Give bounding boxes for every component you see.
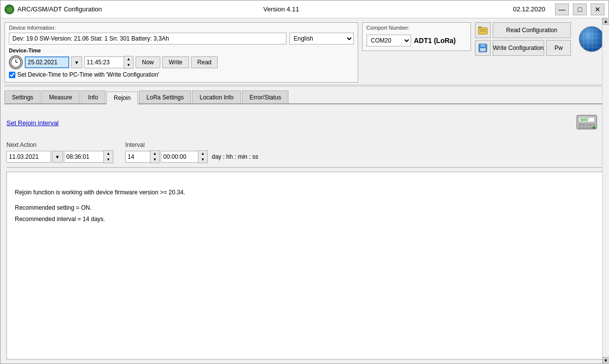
tab-lora-settings[interactable]: LoRa Settings	[139, 91, 191, 103]
interval-hhmmss-spinner: ▲ ▼	[161, 150, 208, 163]
scroll-up-arrow[interactable]: ▲	[603, 18, 609, 25]
interval-group: Interval ▲ ▼ ▲	[125, 141, 258, 163]
time-down-button[interactable]: ▼	[124, 62, 133, 68]
scroll-down-arrow[interactable]: ▼	[603, 357, 609, 364]
now-button[interactable]: Now	[136, 56, 160, 68]
app-icon: 🌿	[4, 4, 14, 14]
minimize-button[interactable]: —	[555, 3, 569, 15]
tab-info[interactable]: Info	[81, 91, 105, 103]
write-button[interactable]: Write	[162, 56, 189, 68]
info-line-4: Recommended interval = 14 days.	[15, 215, 594, 224]
svg-rect-24	[582, 127, 585, 129]
interval-days-down[interactable]: ▼	[150, 157, 159, 163]
device-info-row: Dev: 19.0 SW-Version: 21.06 Stat: 1 Sn: …	[9, 33, 354, 45]
scroll-hint	[4, 85, 605, 87]
device-info-text: Dev: 19.0 SW-Version: 21.06 Stat: 1 Sn: …	[9, 33, 286, 45]
maximize-button[interactable]: □	[573, 3, 587, 15]
write-config-row: Write Configuration Pw	[475, 40, 571, 56]
date-picker-button[interactable]: ▼	[71, 56, 82, 68]
interval-days-spinner: ▲ ▼	[125, 150, 160, 163]
svg-rect-26	[589, 127, 592, 129]
main-window: 🌿 ARC/GSM/ADT Configuration Version 4.11…	[0, 0, 609, 364]
top-section: Device Information: Dev: 19.0 SW-Version…	[4, 22, 605, 83]
read-config-row: Read Configuration	[475, 22, 571, 38]
interval-row: ▲ ▼ ▲ ▼ day : hh : min : ss	[125, 150, 258, 163]
open-file-button[interactable]	[475, 22, 491, 38]
info-line-3: Recommended setting = ON.	[15, 203, 594, 213]
window-controls: — □ ✕	[555, 3, 605, 15]
next-action-time-up[interactable]: ▲	[104, 151, 113, 157]
tab-content: Set Rejoin interval	[4, 106, 605, 360]
read-button[interactable]: Read	[191, 56, 218, 68]
write-config-button[interactable]: Write Configuration	[493, 40, 545, 56]
language-select[interactable]: English German French	[289, 33, 354, 45]
svg-rect-27	[593, 127, 595, 129]
rejoin-header-link[interactable]: Set Rejoin interval	[6, 119, 59, 127]
comport-label: Comport Number:	[367, 25, 467, 31]
read-config-button[interactable]: Read Configuration	[493, 22, 571, 38]
tabs-container: Settings Measure Info Rejoin LoRa Settin…	[4, 91, 605, 104]
comport-row: COM20 COM1 COM2 ADT1 (LoRa)	[367, 35, 467, 46]
version-label: Version 4.11	[149, 5, 414, 13]
next-action-group: Next Action ▼ ▲ ▼	[6, 141, 113, 163]
next-action-time-spinner: ▲ ▼	[64, 150, 113, 163]
interval-days-input[interactable]	[125, 151, 150, 163]
next-action-date-picker[interactable]: ▼	[52, 151, 63, 163]
info-box-container: Rejoin function is working with device f…	[6, 172, 603, 360]
svg-marker-6	[478, 27, 482, 28]
clock-icon	[9, 55, 23, 69]
time-spinner-buttons: ▲ ▼	[124, 56, 134, 69]
comport-panel: Comport Number: COM20 COM1 COM2 ADT1 (Lo…	[362, 22, 471, 51]
interval-hhmmss-input[interactable]	[161, 151, 198, 163]
interval-days-up[interactable]: ▲	[150, 151, 159, 157]
time-spinner: ▲ ▼	[84, 56, 134, 69]
content-area: Device Information: Dev: 19.0 SW-Version…	[0, 18, 609, 364]
device-time-section: ▼ ▲ ▼ Now Write Read	[9, 55, 354, 69]
device-time-label: Device-Time	[9, 47, 354, 53]
phone-icon	[575, 110, 599, 136]
next-action-date-input[interactable]	[6, 151, 51, 163]
comport-config-row: Comport Number: COM20 COM1 COM2 ADT1 (Lo…	[362, 22, 605, 56]
close-button[interactable]: ✕	[591, 3, 605, 15]
svg-rect-22	[593, 124, 595, 126]
set-time-checkbox[interactable]	[9, 72, 15, 78]
interval-hhmmss-up[interactable]: ▲	[198, 151, 207, 157]
rejoin-fields: Next Action ▼ ▲ ▼ Inte	[4, 141, 605, 163]
tab-error-status[interactable]: Error/Status	[242, 91, 288, 103]
date-label: 02.12.2020	[413, 5, 545, 13]
interval-label: Interval	[125, 141, 258, 148]
set-time-checkbox-row: Set Device-Time to PC-Time with 'Write C…	[9, 71, 354, 78]
right-panel: Comport Number: COM20 COM1 COM2 ADT1 (Lo…	[362, 22, 605, 56]
device-name: ADT1 (LoRa)	[414, 37, 456, 45]
app-title: ARC/GSM/ADT Configuration	[17, 5, 149, 13]
device-info-panel: Device Information: Dev: 19.0 SW-Version…	[4, 22, 358, 83]
pw-button[interactable]: Pw	[546, 40, 571, 56]
save-file-button[interactable]	[475, 40, 491, 56]
separator	[6, 167, 603, 168]
next-action-time-down[interactable]: ▼	[104, 157, 113, 163]
tab-rejoin[interactable]: Rejoin	[106, 91, 138, 104]
interval-hhmmss-down[interactable]: ▼	[198, 157, 207, 163]
next-action-time-input[interactable]	[64, 151, 103, 163]
config-buttons-panel: Read Configuration Write Configuration	[475, 22, 571, 56]
svg-rect-18	[579, 124, 581, 126]
next-action-row: ▼ ▲ ▼	[6, 150, 113, 163]
info-line-1: Rejoin function is working with device f…	[15, 188, 594, 197]
svg-rect-25	[586, 127, 588, 129]
tab-location-info[interactable]: Location Info	[192, 91, 241, 103]
globe-icon	[579, 26, 605, 52]
tab-settings[interactable]: Settings	[4, 91, 41, 103]
svg-text:🌿: 🌿	[7, 7, 13, 13]
date-input[interactable]	[25, 56, 69, 68]
svg-rect-11	[480, 48, 486, 51]
comport-select[interactable]: COM20 COM1 COM2	[367, 35, 411, 46]
svg-rect-10	[480, 44, 485, 47]
svg-rect-20	[586, 124, 588, 126]
tab-measure[interactable]: Measure	[42, 91, 80, 103]
device-info-label: Device Information:	[9, 25, 354, 31]
info-box: Rejoin function is working with device f…	[6, 172, 603, 360]
time-input[interactable]	[84, 56, 124, 68]
rejoin-header-row: Set Rejoin interval	[4, 106, 605, 137]
svg-rect-21	[589, 124, 592, 126]
time-up-button[interactable]: ▲	[124, 56, 133, 62]
